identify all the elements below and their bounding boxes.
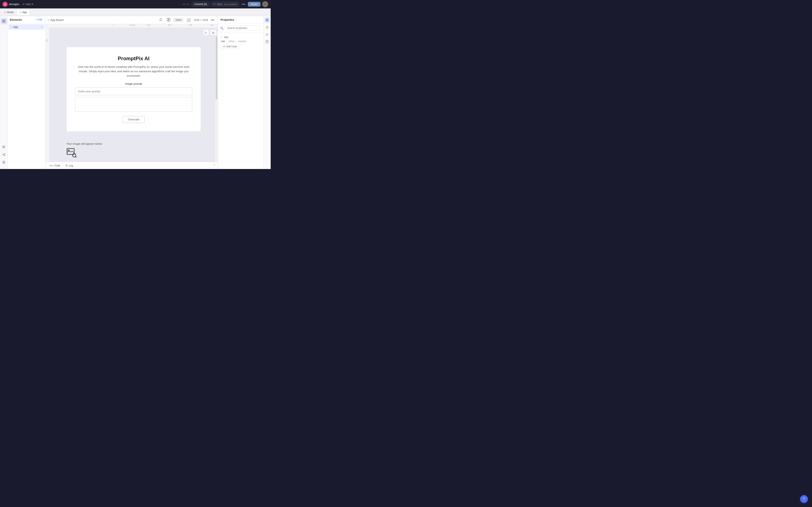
log-label: Log [69,164,73,167]
share-button[interactable]: Share [248,2,260,7]
edit-icon-btn[interactable] [264,32,270,37]
canvas-scrollbar[interactable] [215,32,218,162]
code-button[interactable]: </> Code [48,163,62,168]
ruler-label-center: 974px [130,24,135,26]
type-null-button[interactable]: null [220,40,225,43]
type-number-button[interactable]: number [238,40,247,43]
generate-button[interactable]: Generate [123,116,145,123]
edit-code-icon: </> [222,45,226,48]
svg-line-10 [3,154,4,155]
commit-button[interactable]: Commit (6) [192,2,210,7]
add-element-button[interactable]: + Add [34,18,43,21]
svg-line-11 [3,155,4,155]
type-sep-1: | [226,40,227,43]
app-title: PromptPix AI [75,56,192,61]
sidebar-settings-icon[interactable] [0,159,7,166]
navbar-actions: Commit (6) ⟳ Sync Just updated ••• Share… [192,1,268,7]
tab-app[interactable]: □ App [17,10,30,15]
below-section: Your image will appear below [58,138,209,162]
type-string-button[interactable]: string [228,40,235,43]
svg-rect-5 [2,147,5,147]
eye-button[interactable]: ◎ [210,30,216,36]
svg-rect-6 [2,148,4,148]
more-toolbar-button[interactable]: ••• [210,17,216,22]
svg-rect-0 [2,20,4,21]
ruler-vertical: 36px [46,28,49,162]
brand-logo[interactable]: a aimages [3,2,19,7]
canvas-toolbar: □ App Board 100% ⬜ [46,16,218,24]
play-button[interactable]: ▷ [203,30,209,36]
avatar[interactable]: 👤 [262,1,268,7]
canvas-inner: ▷ ◎ PromptPix AI Dive into the world of … [49,28,218,162]
canvas-controls: ▷ ◎ [203,30,216,36]
properties-search: 🔍 [218,24,263,33]
elements-title: Elements [10,18,22,21]
navbar: a aimages ⎇ main ▾ ↩ ↪ Commit (6) ⟳ Sync… [0,0,271,8]
sync-label: Sync [217,3,222,6]
content-area: □ App Board 100% ⬜ [46,16,218,169]
search-icon: 🔍 [220,26,223,30]
edit-code-button[interactable]: </> Edit Code [220,44,239,49]
prompt-input[interactable] [75,88,192,95]
image-search-icon [66,151,77,160]
sync-button[interactable]: ⟳ Sync Just updated [211,2,239,7]
search-properties-input[interactable] [225,25,261,31]
key-checkbox[interactable] [220,36,223,39]
svg-point-25 [267,26,267,27]
ruler-horizontal: 0 974px 100 200 300 400 [46,24,218,28]
properties-content: key null | string | number </> Edit Code [218,33,263,169]
prompt-textarea[interactable] [75,97,192,112]
redo-button[interactable]: ↪ [187,3,189,6]
element-app-label: App [13,25,18,29]
element-item-app[interactable]: □ App ✎ [8,24,45,30]
scrollbar-thumb[interactable] [216,36,217,99]
more-button[interactable]: ••• [241,1,246,7]
inspect-icon-btn[interactable] [264,24,270,30]
properties-header: Properties [218,16,263,24]
tab-home-label: Home [7,11,13,14]
zoom-button[interactable]: 100% [173,18,184,22]
sidebar-logic-icon[interactable] [0,151,7,158]
svg-point-7 [3,154,3,155]
app-description: Dive into the world of AI-driven creativ… [75,65,192,78]
refresh-button[interactable] [158,17,164,23]
svg-point-8 [4,153,5,154]
breadcrumb: □ App Board [48,18,63,21]
below-text: Your image will appear below [66,142,201,145]
ruler-label-400: 400 [210,24,213,26]
view-toggle-button[interactable] [165,17,171,23]
undo-redo-group: ↩ ↪ [183,3,189,6]
branch-name: main [26,3,31,6]
properties-icon-btn[interactable] [264,17,270,23]
ruler-v-label: 36px [46,39,48,42]
expand-button[interactable]: ⌃ [213,164,216,167]
breadcrumb-label: App Board [51,18,63,21]
size-separator: × [200,18,202,21]
sidebar-data-icon[interactable] [0,144,7,151]
svg-point-9 [4,155,5,156]
app-tab-icon: □ [20,11,21,14]
svg-rect-13 [167,18,168,21]
tab-app-label: App [22,11,27,14]
bottom-bar: </> Code ☰ Log ⌃ [46,162,218,169]
undo-button[interactable]: ↩ [183,3,186,6]
device-toggle[interactable]: ⬜ [185,17,192,22]
sidebar-elements-icon[interactable] [0,18,7,24]
key-label: key [224,36,229,39]
ruler-label-0: 0 [113,24,114,26]
log-button[interactable]: ☰ Log [64,163,74,168]
element-edit-icon[interactable]: ✎ [41,26,43,29]
key-property-row: key [220,35,261,40]
canvas-wrapper[interactable]: 0 974px 100 200 300 400 36px [46,24,218,162]
svg-rect-21 [266,20,267,21]
breadcrumb-app-icon: □ [48,18,49,21]
layout-icon-btn[interactable] [264,39,270,44]
sync-icon: ⟳ [214,3,216,6]
prompt-label: Image prompt [75,82,192,86]
code-icon: </> [49,164,53,167]
brand-name: aimages [9,3,19,6]
icon-sidebar [0,16,8,169]
branch-selector[interactable]: ⎇ main ▾ [22,3,33,6]
tab-home[interactable]: ⌂ Home [2,10,16,14]
canvas-height: 1528 [202,18,208,21]
